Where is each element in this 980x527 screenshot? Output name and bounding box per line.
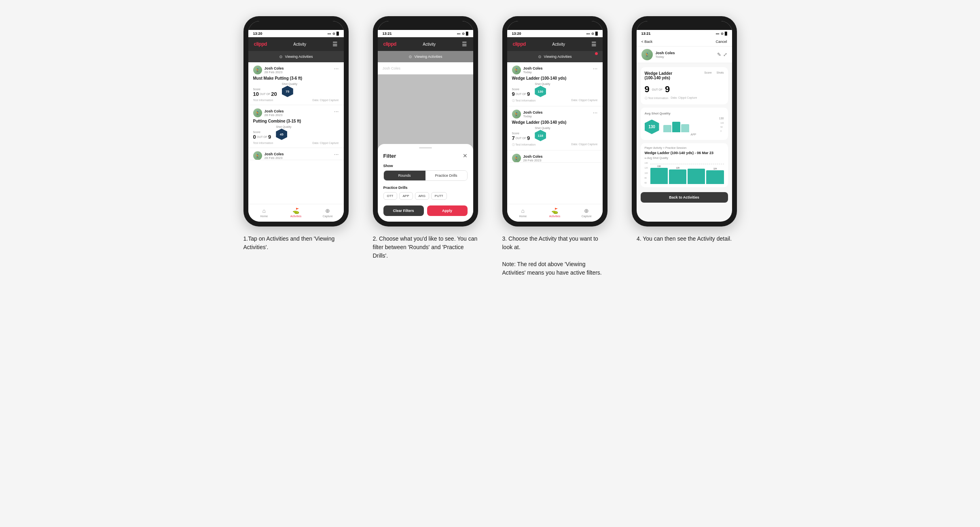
card-dots-p3-2[interactable]: ··· <box>593 110 598 115</box>
card-dots-1[interactable]: ··· <box>334 66 339 71</box>
activity-card-p3-2[interactable]: 🏌 Josh Coles Today ··· Wedge Ladder (100… <box>507 106 603 150</box>
user-info-p3-3: Josh Coles 28 Feb 2023 <box>523 155 543 162</box>
score-outof-p3-1: 9 OUT OF 9 <box>512 91 530 97</box>
menu-icon-2[interactable]: ☰ <box>462 41 467 47</box>
card-stats-p3-2: Score 7 OUT OF 9 Shot Quality 1 <box>512 127 598 141</box>
phone-3-viewing-bar[interactable]: ⚙ Viewing Activities <box>507 51 603 62</box>
status-icons-4: ▪▪▪ ⊙ ▉ <box>716 32 727 36</box>
menu-icon[interactable]: ☰ <box>332 41 338 47</box>
score-shots-row: Score Shots <box>704 71 724 74</box>
activity-card-1[interactable]: 🏌 Josh Coles 28 Feb 2023 ··· Must Make P… <box>248 62 344 105</box>
nav-capture[interactable]: ⊕ Capture <box>312 207 344 218</box>
apply-button[interactable]: Apply <box>427 205 468 216</box>
cancel-button[interactable]: Cancel <box>715 40 727 44</box>
phone-1-bottom-nav: ⌂ Home ⛳ Activities ⊕ Capture <box>248 204 344 222</box>
card-title-1: Must Make Putting (3-6 ft) <box>253 76 339 80</box>
detail-user-name: Josh Coles <box>656 51 675 55</box>
signal-icon-3: ▪▪▪ <box>586 32 590 36</box>
page-container: 13:20 ▪▪▪ ⊙ ▉ clippd Activity ☰ ⚙ Viewin… <box>239 16 741 277</box>
menu-icon-3[interactable]: ☰ <box>591 41 597 47</box>
activity-card-2[interactable]: 🏌 Josh Coles 28 Feb 2023 ··· Putting Com… <box>248 105 344 148</box>
phone-1-viewing-bar[interactable]: ⚙ Viewing Activities <box>248 51 344 62</box>
bar-group-3 <box>688 168 705 184</box>
detail-avg-section: Avg Shot Quality 130 130 <box>641 108 728 140</box>
rounds-toggle[interactable]: Rounds <box>384 171 425 180</box>
card-dots-2[interactable]: ··· <box>334 108 339 114</box>
back-to-activities-button[interactable]: Back to Activities <box>641 192 728 203</box>
edit-icon[interactable]: ✎ <box>717 52 721 57</box>
phone-column-2: 13:21 ▪▪▪ ⊙ ▉ clippd Activity ☰ ⚙ Viewin… <box>369 16 482 260</box>
card-dots-p3-1[interactable]: ··· <box>593 66 598 71</box>
filter-actions: Clear Filters Apply <box>383 205 468 216</box>
nav-activities-3[interactable]: ⛳ Activities <box>539 207 571 218</box>
sq-badge-p3-2: 118 <box>535 130 546 141</box>
phone-3-notch <box>507 21 603 30</box>
card-2-user: 🏌 Josh Coles 28 Feb 2023 <box>253 108 284 117</box>
user-avatar-2: 🏌 <box>253 108 262 117</box>
chip-arg[interactable]: ARG <box>415 192 429 200</box>
filter-icon: ⚙ <box>279 55 283 59</box>
nav-activities[interactable]: ⛳ Activities <box>280 207 312 218</box>
notch-pill <box>280 21 312 28</box>
expand-icon[interactable]: ⤢ <box>723 52 727 57</box>
bar-2 <box>669 169 686 184</box>
filter-drills-label: Practice Drills <box>383 186 468 190</box>
card-info-right-p3-1: Data: Clippd Capture <box>571 99 597 103</box>
home-label: Home <box>260 215 268 218</box>
y-axis: 140 120 100 80 60 <box>645 162 648 184</box>
phone-2-viewing-bar[interactable]: ⚙ Viewing Activities <box>378 51 473 62</box>
nav-home[interactable]: ⌂ Home <box>248 207 280 218</box>
phone-4: 13:21 ▪▪▪ ⊙ ▉ < Back Cancel 🏌 <box>632 16 737 226</box>
filter-icon-3: ⚙ <box>538 55 542 59</box>
score-value-p3-2: 7 <box>512 135 515 141</box>
wifi-icon-2: ⊙ <box>462 32 465 36</box>
user-name-3: Josh Coles <box>265 152 284 156</box>
capture-icon: ⊕ <box>325 207 330 214</box>
phone-4-status-bar: 13:21 ▪▪▪ ⊙ ▉ <box>637 30 732 37</box>
nav-capture-3[interactable]: ⊕ Capture <box>571 207 603 218</box>
score-value-2: 0 <box>253 134 256 140</box>
chip-app[interactable]: APP <box>399 192 413 200</box>
activity-card-p3-3[interactable]: 🏌 Josh Coles 28 Feb 2023 <box>507 150 603 163</box>
status-icons-3: ▪▪▪ ⊙ ▉ <box>586 32 598 36</box>
clear-filters-button[interactable]: Clear Filters <box>383 205 424 216</box>
card-title-2: Putting Combine (3-15 ft) <box>253 119 339 123</box>
description-3: 3. Choose the Activity that you want to … <box>502 235 607 277</box>
card-stats-1: Score 10 OUT OF 20 Shot Quality <box>253 83 339 97</box>
sq-label-p3-1: Shot Quality <box>535 83 550 85</box>
desc-3-note: Note: The red dot above 'Viewing Activit… <box>502 261 602 276</box>
detail-action-icons: ✎ ⤢ <box>717 52 727 57</box>
practice-drills-toggle[interactable]: Practice Drills <box>425 171 467 180</box>
wifi-icon-4: ⊙ <box>721 32 724 36</box>
card-1-user: 🏌 Josh Coles 28 Feb 2023 <box>253 66 284 74</box>
status-time-3: 13:20 <box>512 32 521 36</box>
avg-bar-3 <box>681 124 689 132</box>
card-dots-3[interactable]: ··· <box>334 151 339 157</box>
chip-putt[interactable]: PUTT <box>431 192 447 200</box>
card-3-user: 🏌 Josh Coles 28 Feb 2023 <box>253 151 284 160</box>
filter-close-icon[interactable]: ✕ <box>463 152 468 159</box>
card-footer-p3-2: ⓘ Test Information Data: Clippd Capture <box>512 143 598 147</box>
nav-home-3[interactable]: ⌂ Home <box>507 207 539 218</box>
card-info-left-1: Test Information <box>253 99 273 102</box>
user-date-2: 28 Feb 2023 <box>265 113 284 117</box>
filter-show-label: Show <box>383 164 468 168</box>
chip-ott[interactable]: OTT <box>383 192 397 200</box>
out-of-detail: OUT OF <box>652 88 663 91</box>
outof-value-2: 9 <box>268 134 271 140</box>
activity-card-3[interactable]: 🏌 Josh Coles 28 Feb 2023 ··· <box>248 148 344 160</box>
out-of-text-p3-2: OUT OF <box>516 137 526 140</box>
card-p3-2-user: 🏌 Josh Coles Today <box>512 110 543 119</box>
activity-card-p3-1[interactable]: 🏌 Josh Coles Today ··· Wedge Ladder (100… <box>507 62 603 106</box>
app-logo-2: clippd <box>383 41 396 47</box>
card-2-header: 🏌 Josh Coles 28 Feb 2023 ··· <box>253 108 339 117</box>
activities-icon: ⛳ <box>292 207 299 214</box>
app-nav-title: Activity <box>293 42 306 47</box>
avg-quality-title: Avg Shot Quality <box>645 112 724 115</box>
outof-value-p3-1: 9 <box>527 91 530 97</box>
user-name-p3-2: Josh Coles <box>523 110 543 114</box>
back-button[interactable]: < Back <box>641 40 653 44</box>
sq-badge-p3-1: 130 <box>535 86 546 97</box>
card-footer-1: Test Information Data: Clippd Capture <box>253 99 339 102</box>
status-time: 13:20 <box>253 32 262 36</box>
